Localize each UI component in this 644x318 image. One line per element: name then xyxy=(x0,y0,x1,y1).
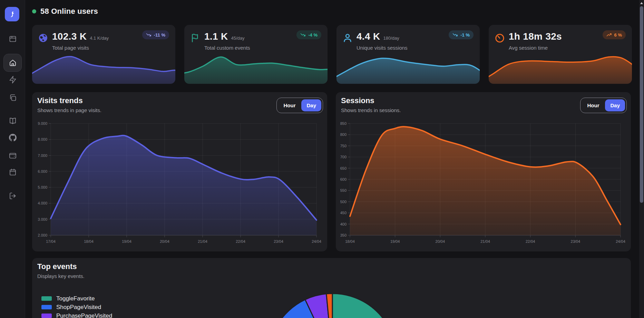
legend-swatch xyxy=(41,296,52,301)
svg-text:400: 400 xyxy=(340,222,347,226)
github-icon xyxy=(9,134,17,141)
top-events-pie-chart[interactable] xyxy=(263,291,401,318)
svg-text:800: 800 xyxy=(340,132,347,137)
visits-day-button[interactable]: Day xyxy=(301,99,321,111)
globe-icon xyxy=(38,33,48,43)
svg-text:19/04: 19/04 xyxy=(122,239,131,244)
stat-card-2: 1.1 K 45/day Total custom events -4 % xyxy=(184,25,328,84)
book-open-icon xyxy=(9,117,17,125)
globe-icon-holder xyxy=(38,33,48,43)
svg-text:6.000: 6.000 xyxy=(38,169,47,173)
svg-text:750: 750 xyxy=(340,144,347,148)
sidebar xyxy=(0,0,25,318)
scrollbar-thumb[interactable] xyxy=(640,6,643,203)
sidebar-item-home[interactable] xyxy=(3,54,22,72)
sidebar-item-github[interactable] xyxy=(3,129,22,147)
user-icon xyxy=(342,33,353,43)
legend-swatch xyxy=(41,314,52,318)
stat-card-4: 1h 18m 32s Avg session time 6 % xyxy=(489,25,632,84)
stat-label: Total page visits xyxy=(52,45,89,51)
sidebar-item-billing[interactable] xyxy=(3,147,22,165)
top-events-panel: Top events Displays key events. ToggleFa… xyxy=(32,258,631,318)
sessions-day-button[interactable]: Day xyxy=(605,99,625,111)
top-events-legend: ToggleFavorite ShopPageVisited PurchaseP… xyxy=(41,294,112,318)
stat-cards-row: 102.3 K 4.1 K/day Total page visits -11 … xyxy=(32,25,632,84)
svg-text:350: 350 xyxy=(340,233,347,237)
copy-icon xyxy=(9,93,17,102)
trend-badge-text: -4 % xyxy=(308,32,318,38)
logo-button[interactable] xyxy=(5,7,19,21)
sessions-panel: 85080075070065060055050045040035018/0419… xyxy=(336,92,631,251)
timer-icon xyxy=(495,33,505,43)
flag-icon-holder xyxy=(190,33,201,43)
stat-value: 102.3 K xyxy=(52,31,87,42)
sessions-title: Sessions xyxy=(341,96,374,105)
trend-badge-text: 6 % xyxy=(614,32,622,38)
svg-text:700: 700 xyxy=(340,155,347,159)
stat-value: 1.1 K xyxy=(204,31,228,42)
stat-value: 1h 18m 32s xyxy=(509,31,562,42)
stat-sparkline-chart xyxy=(336,50,480,84)
stat-sparkline-chart xyxy=(184,50,328,84)
sidebar-item-docs[interactable] xyxy=(3,112,22,130)
sidebar-item-events[interactable] xyxy=(3,71,22,89)
sidebar-item-overview[interactable] xyxy=(3,30,22,48)
svg-text:23/04: 23/04 xyxy=(274,239,283,244)
svg-text:550: 550 xyxy=(340,188,347,192)
legend-label: ShopPageVisited xyxy=(56,304,101,311)
trend-down-icon xyxy=(146,32,152,38)
timer-icon-holder xyxy=(495,33,505,43)
stat-sparkline-chart xyxy=(32,50,175,84)
svg-text:18/04: 18/04 xyxy=(345,239,355,244)
legend-label: ToggleFavorite xyxy=(56,295,95,302)
top-events-title: Top events xyxy=(37,262,77,271)
svg-text:2.000: 2.000 xyxy=(38,233,47,237)
sidebar-item-pages[interactable] xyxy=(3,89,22,107)
legend-swatch xyxy=(41,305,52,309)
svg-text:24/04: 24/04 xyxy=(616,239,625,244)
sidebar-item-calendar[interactable] xyxy=(3,163,22,181)
page-scrollbar[interactable] xyxy=(639,0,644,318)
svg-text:22/04: 22/04 xyxy=(236,239,245,244)
stat-card-3: 4.4 K 180/day Unique visits sessions -1 … xyxy=(336,25,480,84)
visits-trends-panel: 9.0008.0007.0006.0005.0004.0003.0002.000… xyxy=(32,92,327,251)
sessions-interval-toggle: Hour Day xyxy=(580,98,627,113)
svg-text:17/04: 17/04 xyxy=(46,239,56,244)
svg-text:3.000: 3.000 xyxy=(38,217,47,221)
svg-text:850: 850 xyxy=(340,121,347,126)
sidebar-item-logout[interactable] xyxy=(3,187,22,205)
svg-text:600: 600 xyxy=(340,177,347,181)
svg-text:500: 500 xyxy=(340,200,347,204)
trend-badge-text: -1 % xyxy=(460,32,470,38)
sessions-subtitle: Shows trends in sessions. xyxy=(341,107,401,113)
trend-down-icon xyxy=(300,32,306,38)
stat-rate: 180/day xyxy=(383,36,399,41)
sessions-chart[interactable]: 85080075070065060055050045040035018/0419… xyxy=(336,92,631,251)
app: 58 Online users 102.3 K 4.1 K/day Total … xyxy=(0,0,644,318)
top-events-subtitle: Displays key events. xyxy=(37,273,85,279)
scrollbar-up-arrow-icon[interactable] xyxy=(640,2,643,4)
sessions-hour-button[interactable]: Hour xyxy=(582,99,604,111)
visits-interval-toggle: Hour Day xyxy=(276,98,323,113)
zap-icon xyxy=(9,76,17,84)
svg-text:20/04: 20/04 xyxy=(436,239,445,244)
user-icon-holder xyxy=(342,33,353,43)
svg-text:22/04: 22/04 xyxy=(526,239,535,244)
svg-text:650: 650 xyxy=(340,166,347,170)
trend-down-icon xyxy=(452,32,458,38)
visits-trends-subtitle: Shows trends in page visits. xyxy=(37,107,101,113)
trend-badge: 6 % xyxy=(603,30,626,39)
visits-hour-button[interactable]: Hour xyxy=(278,99,301,111)
stat-rate: 4.1 K/day xyxy=(90,36,109,41)
legend-item: ShopPageVisited xyxy=(41,303,112,311)
visits-trends-chart[interactable]: 9.0008.0007.0006.0005.0004.0003.0002.000… xyxy=(32,92,327,251)
wallet-icon xyxy=(9,151,17,160)
trend-badge: -11 % xyxy=(142,30,169,39)
legend-item: ToggleFavorite xyxy=(41,294,112,303)
trend-badge: -4 % xyxy=(296,30,321,39)
trend-badge-text: -11 % xyxy=(154,32,165,38)
trend-badge: -1 % xyxy=(449,30,474,39)
stat-label: Total custom events xyxy=(204,45,250,51)
header: 58 Online users xyxy=(32,7,98,16)
svg-text:18/04: 18/04 xyxy=(84,239,94,244)
